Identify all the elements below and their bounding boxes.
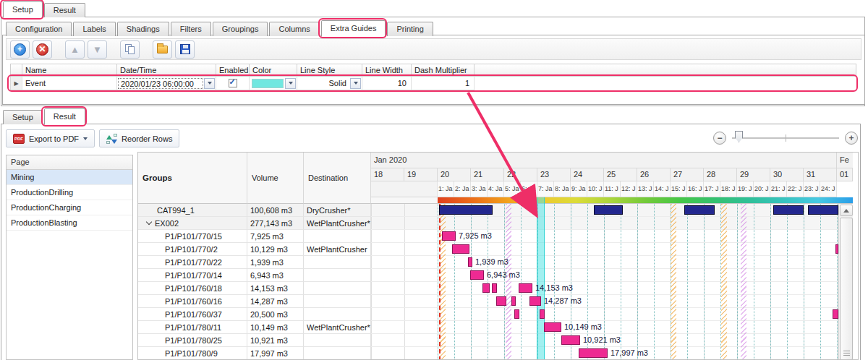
move-down-button[interactable]: ▼ [88,40,107,59]
group-cell[interactable]: P1/P101/760/16 [138,295,247,308]
group-cell[interactable]: P1/P101/780/25 [138,334,247,347]
copy-button[interactable] [120,40,140,59]
grid-column-header-line-style[interactable]: Line Style [297,64,362,77]
page-item-mining[interactable]: Mining [7,170,132,185]
subtab-filters[interactable]: Filters [171,22,211,36]
gantt-bar[interactable] [519,283,532,293]
delete-guide-button[interactable]: ✕ [33,40,52,59]
gantt-row-p1-p101-780-11[interactable]: P1/P101/780/1110,149 m3WetPlantCrusher* [138,321,371,334]
subtab-extra-guides[interactable]: Extra Guides [321,20,386,37]
gantt-bar[interactable] [579,348,608,358]
vertical-scrollbar[interactable] [838,204,853,360]
scrollbar-up-button[interactable] [840,205,853,216]
export-to-pdf-button[interactable]: PDF Export to PDF [6,129,95,147]
gantt-bar[interactable] [773,205,804,215]
subtab-labels[interactable]: Labels [73,22,115,36]
page-item-productionblasting[interactable]: ProductionBlasting [7,215,132,231]
gantt-bar[interactable] [808,205,838,215]
zoom-in-button[interactable]: + [845,132,858,145]
subtab-printing[interactable]: Printing [387,22,433,36]
top-tab-setup[interactable]: Setup [3,1,43,18]
event-row[interactable]: ▶ Event 2020/01/23 06:00:00 ✓ Solid 10 1 [10,77,856,90]
gantt-row-p1-p101-760-37[interactable]: P1/P101/760/3720,500 m3 [138,308,371,321]
gantt-row-p1-p101-770-15[interactable]: P1/P101/770/157,925 m3 [138,230,371,243]
move-up-button[interactable]: ▲ [65,40,85,59]
gantt-bar[interactable] [496,296,506,306]
page-item-productiondrilling[interactable]: ProductionDrilling [7,185,132,200]
gantt-row-ex002[interactable]: EX002277,143 m3WetPlantCrusher* [138,217,371,230]
gantt-row-p1-p101-760-16[interactable]: P1/P101/760/1614,287 m3 [138,295,371,308]
guide-linestyle-cell[interactable]: Solid [297,77,362,90]
subtab-configuration[interactable]: Configuration [6,22,72,36]
group-cell[interactable]: P1/P101/760/18 [138,282,247,295]
setup-toolbar: + ✕ ▲ ▼ [6,38,861,60]
gantt-bar[interactable] [529,296,541,306]
group-cell[interactable]: P1/P101/770/15 [138,230,247,243]
gantt-bar[interactable] [833,309,838,319]
group-cell[interactable]: CAT994_1 [138,204,247,217]
gantt-bar[interactable] [684,205,715,215]
guide-datetime-cell[interactable]: 2020/01/23 06:00:00 [117,77,216,90]
guide-linewidth-cell[interactable]: 10 [362,77,412,90]
save-button[interactable] [175,40,195,59]
gantt-bar[interactable] [439,205,493,215]
grid-column-header-dash-multiplier[interactable]: Dash Multiplier [412,64,475,77]
gantt-row-p1-p101-780-9[interactable]: P1/P101/780/917,997 m3 [138,347,371,360]
datetime-dropdown-button[interactable] [204,78,215,89]
group-cell[interactable]: P1/P101/780/9 [138,347,247,360]
group-cell[interactable]: EX002 [138,217,247,230]
gantt-row-p1-p101-780-25[interactable]: P1/P101/780/2510,921 m3 [138,334,371,347]
subtab-groupings[interactable]: Groupings [213,22,268,36]
subtab-shadings[interactable]: Shadings [117,22,169,36]
top-tab-result[interactable]: Result [44,3,85,17]
gantt-bar[interactable] [468,257,472,267]
linestyle-dropdown-button[interactable] [350,78,361,89]
gantt-row-p1-p101-760-18[interactable]: P1/P101/760/1814,153 m3 [138,282,371,295]
page-item-productioncharging[interactable]: ProductionCharging [7,200,132,215]
gantt-bar[interactable] [492,283,497,293]
zoom-slider-thumb[interactable] [735,131,743,142]
subtab-columns[interactable]: Columns [269,22,319,36]
gantt-bar[interactable] [544,322,561,332]
gantt-row-cat994-1[interactable]: CAT994_1100,608 m3DryCrusher* [138,204,371,217]
zoom-out-button[interactable]: − [713,132,726,145]
guide-name-cell[interactable]: Event [22,77,117,90]
group-cell[interactable]: P1/P101/770/22 [138,256,247,269]
gantt-row-p1-p101-770-14[interactable]: P1/P101/770/146,943 m3 [138,269,371,282]
guide-color-cell[interactable] [250,77,297,90]
bottom-tab-result[interactable]: Result [44,108,85,125]
group-cell[interactable]: P1/P101/770/14 [138,269,247,282]
gantt-bar[interactable] [470,270,484,280]
grid-column-header-name[interactable]: Name [22,64,117,77]
chevron-down-icon[interactable] [146,219,152,225]
group-cell[interactable]: P1/P101/770/2 [138,243,247,256]
open-button[interactable] [153,40,172,59]
guide-enabled-cell[interactable]: ✓ [216,77,250,90]
color-dropdown-button[interactable] [285,78,296,89]
group-cell[interactable]: P1/P101/780/11 [138,321,247,334]
color-swatch[interactable] [252,79,284,88]
gantt-row-p1-p101-770-22[interactable]: P1/P101/770/221,939 m3 [138,256,371,269]
gantt-bar[interactable] [514,309,519,319]
grid-column-header-date-time[interactable]: Date/Time [117,64,216,77]
reorder-rows-button[interactable]: Reorder Rows [99,129,179,147]
grid-column-header-line-width[interactable]: Line Width [362,64,412,77]
gantt-bar[interactable] [540,309,545,319]
group-cell[interactable]: P1/P101/760/37 [138,308,247,321]
gantt-bar[interactable] [482,283,490,293]
bottom-tab-setup[interactable]: Setup [3,110,43,124]
scrollbar-thumb[interactable] [840,218,853,360]
gantt-bar[interactable] [442,231,456,241]
gantt-bar[interactable] [511,296,516,306]
gantt-bar[interactable] [561,335,580,345]
add-guide-button[interactable]: + [10,40,30,59]
datetime-editor[interactable]: 2020/01/23 06:00:00 [118,78,203,89]
gantt-bar[interactable] [452,244,469,254]
destination-cell [304,295,371,308]
grid-column-header-color[interactable]: Color [250,64,297,77]
gantt-bar[interactable] [594,205,623,215]
grid-column-header-enabled[interactable]: Enabled [216,64,250,77]
gantt-row-p1-p101-770-2[interactable]: P1/P101/770/210,129 m3WetPlantCrusher [138,243,371,256]
guide-dashmult-cell[interactable]: 1 [412,77,475,90]
enabled-checkbox[interactable]: ✓ [229,79,237,87]
